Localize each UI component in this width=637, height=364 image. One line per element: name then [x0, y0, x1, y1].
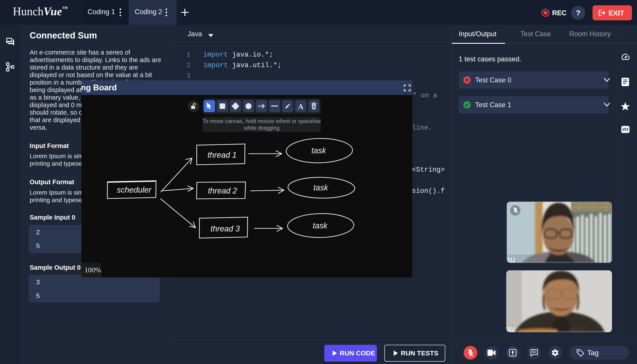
svg-text:task: task: [313, 183, 328, 192]
svg-text:thread 1: thread 1: [207, 150, 237, 160]
svg-text:thread 3: thread 3: [210, 224, 240, 233]
svg-text:task: task: [311, 146, 326, 155]
svg-text:task: task: [313, 221, 328, 230]
svg-text:scheduler: scheduler: [117, 185, 152, 194]
svg-text:thread 2: thread 2: [208, 186, 237, 195]
